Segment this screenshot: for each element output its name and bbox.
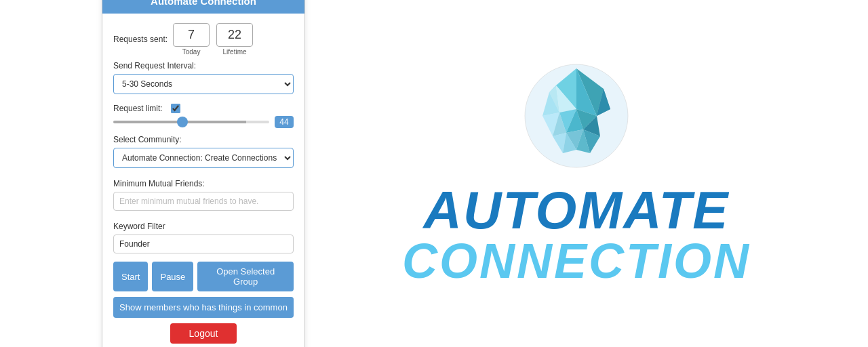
card-header: Automate Connection (102, 0, 304, 14)
slider-value: 44 (275, 116, 294, 128)
community-select[interactable]: Automate Connection: Create Connections (113, 148, 294, 168)
lifetime-label: Lifetime (223, 48, 247, 56)
start-button[interactable]: Start (113, 262, 148, 291)
request-limit-label: Request limit: (113, 104, 163, 113)
keyword-input[interactable] (113, 234, 294, 253)
logout-row: Logout (113, 323, 294, 344)
interval-select[interactable]: 5-30 Seconds 1-5 Seconds 30-60 Seconds (113, 74, 294, 94)
lifetime-value: 22 (216, 23, 253, 47)
logo-sphere-icon (522, 62, 631, 170)
left-panel: Automate Connection Requests sent: 7 Tod… (95, 0, 312, 347)
main-card: Automate Connection Requests sent: 7 Tod… (102, 0, 305, 347)
today-counter: 7 Today (173, 23, 210, 56)
requests-label: Requests sent: (113, 35, 167, 44)
lifetime-counter: 22 Lifetime (216, 23, 253, 56)
today-label: Today (182, 48, 201, 56)
request-limit-row: Request limit: (113, 104, 294, 113)
keyword-label: Keyword Filter (113, 222, 294, 231)
interval-label: Send Request Interval: (113, 61, 294, 70)
logo-text: AUTOMATE CONNECTION (402, 184, 751, 285)
right-panel: AUTOMATE CONNECTION (312, 62, 868, 285)
mutual-friends-label: Minimum Mutual Friends: (113, 179, 294, 188)
action-buttons-row: Start Pause Open Selected Group (113, 262, 294, 291)
logo-automate: AUTOMATE (424, 184, 730, 237)
logo-connection: CONNECTION (402, 237, 751, 285)
mutual-friends-input[interactable] (113, 192, 294, 211)
today-value: 7 (173, 23, 210, 47)
slider-row: 44 (113, 116, 294, 128)
community-label: Select Community: (113, 135, 294, 144)
requests-row: Requests sent: 7 Today 22 Lifetime (113, 23, 294, 56)
card-title: Automate Connection (151, 0, 256, 7)
card-body: Requests sent: 7 Today 22 Lifetime Send … (102, 14, 304, 347)
request-limit-checkbox[interactable] (171, 104, 180, 113)
pause-button[interactable]: Pause (152, 262, 193, 291)
open-group-button[interactable]: Open Selected Group (197, 262, 294, 291)
limit-slider[interactable] (113, 121, 269, 123)
show-common-button[interactable]: Show members who has things in common (113, 297, 294, 318)
logout-button[interactable]: Logout (170, 323, 237, 344)
